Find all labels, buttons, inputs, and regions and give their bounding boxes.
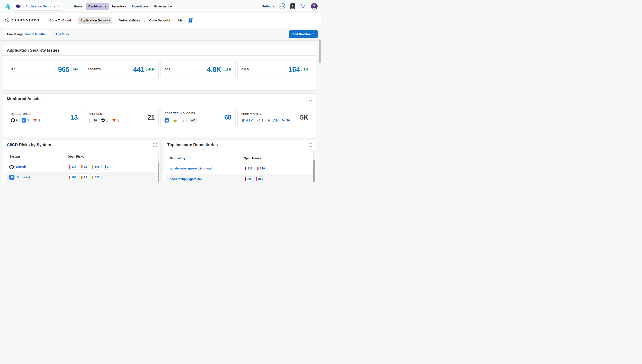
time-range-filter[interactable]: Time Range Past 6 Months	[3, 30, 49, 38]
kebab-menu-icon[interactable]	[172, 18, 176, 23]
risk-chip[interactable]: 423	[91, 175, 102, 180]
kebab-menu-icon[interactable]	[74, 18, 77, 23]
column-header-open-risks[interactable]: Open Risks	[64, 155, 158, 158]
usage-progress-ring[interactable]: 42%	[279, 3, 285, 9]
column-label: Repository	[170, 156, 185, 160]
settings-link[interactable]: Settings	[262, 5, 274, 8]
stat-github: 8	[11, 118, 18, 122]
tab-label[interactable]: Code Security	[147, 16, 173, 24]
kpi-card-cicd[interactable]: CI/CD 164 ↓ 7%	[237, 59, 312, 80]
asset-value: 68	[224, 114, 231, 121]
severity-bar-low	[92, 165, 93, 168]
trend-down-icon: ↓	[222, 67, 224, 71]
nav-item-home[interactable]: Home	[71, 3, 85, 10]
edit-dashboard-button[interactable]: Edit Dashboard	[289, 30, 318, 38]
cicd-risks-panel: CI/CD Risks by System System Open Risks …	[3, 140, 161, 182]
asset-card-code-technologies[interactable]: CODE TECHNOLOGIES TS	[161, 108, 235, 127]
nav-item-investigate[interactable]: Investigate	[129, 3, 151, 10]
asset-card-repositories[interactable]: REPOSITORIES 8 3	[7, 108, 82, 127]
tab-label[interactable]: Vulnerabilities	[117, 16, 143, 24]
kpi-value: 965	[58, 66, 70, 74]
expand-icon[interactable]	[153, 143, 157, 147]
severity-bar-high	[69, 176, 70, 179]
table-row-bitbucket[interactable]: Bitbucket 106 22 423	[6, 172, 158, 182]
asset-label: REPOSITORIES	[11, 112, 40, 116]
module-diamonds-icon	[16, 5, 22, 8]
panel-scrollbar[interactable]	[158, 150, 159, 182]
main-menu: Home Dashboards Inventory Investigate Go…	[71, 3, 174, 10]
column-header-repository[interactable]: Repository ↓↑	[166, 156, 240, 160]
ai-sparkles-icon[interactable]	[300, 4, 306, 9]
risk-chip[interactable]: 106	[68, 175, 79, 180]
risk-chip[interactable]: 541	[91, 164, 101, 170]
issue-chip[interactable]: 83	[244, 176, 253, 182]
asset-label: PIPELINES	[88, 112, 119, 116]
system-link[interactable]: GitHub	[16, 165, 26, 168]
kpi-value: 164	[288, 66, 300, 74]
tab-label[interactable]: Application Security	[78, 16, 112, 24]
severity-bar-medium	[81, 176, 83, 179]
risk-chip[interactable]: 32	[80, 164, 89, 170]
kebab-menu-icon[interactable]	[143, 18, 146, 23]
asset-value: 13	[71, 114, 78, 121]
expand-icon[interactable]	[309, 49, 312, 52]
stat-dependencies: 9	[257, 118, 263, 122]
sort-icon[interactable]: ↓↑	[186, 157, 189, 160]
product-switcher[interactable]: Application Security	[13, 2, 63, 10]
issue-chip[interactable]: 347	[254, 176, 265, 182]
nav-item-inventory[interactable]: Inventory	[110, 3, 128, 10]
table-row-github[interactable]: GitHub 117 32 541 3	[6, 162, 158, 172]
dashboards-brand-label: DASHBOARDS	[12, 19, 40, 22]
issue-chip[interactable]: 629	[256, 166, 267, 171]
more-technologies-pill[interactable]: +65	[189, 118, 197, 123]
system-link[interactable]: Bitbucket	[17, 176, 30, 179]
trend-down-icon: ↓	[145, 67, 147, 71]
column-header-open-issues[interactable]: Open Issues ↓↑	[240, 156, 313, 160]
risk-chip[interactable]: 117	[68, 164, 79, 170]
add-filter-link[interactable]: Add Filter	[55, 32, 69, 36]
panel-scrollbar[interactable]	[313, 150, 315, 182]
kpi-card-sca[interactable]: SCA 4.8K ↓ 13%	[161, 59, 235, 80]
filter-bar: Time Range Past 6 Months Add Filter Edit…	[0, 28, 321, 40]
menu-label[interactable]: Menu	[178, 19, 186, 22]
table-row-repo[interactable]: gitlab-panw-appsec/cicd-goat 138 629	[166, 163, 313, 174]
asset-card-pipelines[interactable]: PIPELINES 19	[84, 108, 159, 127]
product-switcher-label: Application Security	[25, 5, 55, 8]
stat-count: 129	[272, 118, 278, 122]
chip-count: 3	[107, 165, 109, 168]
monitored-assets-panel: Monitored Assets REPOSITORIES 8	[3, 94, 316, 137]
tab-label[interactable]: Code To Cloud	[47, 16, 74, 24]
stat-count: 3	[27, 118, 29, 122]
nav-item-governance[interactable]: Governance	[151, 3, 174, 10]
help-docs-icon[interactable]: ?	[290, 4, 295, 9]
issue-chip[interactable]: 138	[244, 166, 254, 171]
android-icon	[173, 118, 177, 122]
gitlab-icon	[112, 118, 116, 122]
stat-count: 1	[106, 118, 108, 122]
kpi-card-secrets[interactable]: SECRETS 441 ↓ 44%	[84, 59, 159, 80]
chip-count: 629	[260, 167, 265, 170]
kebab-menu-icon[interactable]	[112, 18, 116, 23]
repository-link[interactable]: gitlab-panw-appsec/cicd-goat	[170, 167, 212, 170]
column-header-system[interactable]: System	[6, 155, 64, 158]
table-row-repo[interactable]: saarett/supplygoat-itai 83 347	[166, 174, 313, 182]
user-avatar[interactable]	[311, 3, 317, 10]
asset-label: CODE TECHNOLOGIES	[165, 112, 197, 115]
asset-label: SUPPLY CHAIN	[241, 113, 290, 116]
repository-link[interactable]: saarett/supplygoat-itai	[170, 177, 201, 181]
expand-icon[interactable]	[309, 143, 312, 147]
risk-chip[interactable]: 22	[80, 175, 89, 180]
top-navigation: Application Security Home Dashboards Inv…	[0, 0, 321, 13]
panel-title: CI/CD Risks by System	[7, 142, 51, 147]
sort-icon[interactable]: ↓↑	[262, 157, 265, 160]
nav-item-dashboards[interactable]: Dashboards	[86, 3, 109, 10]
chip-count: 423	[95, 176, 100, 179]
dashboards-menu[interactable]: Menu 4	[178, 18, 193, 22]
chip-count: 541	[94, 165, 99, 168]
menu-count-badge: 4	[188, 18, 193, 22]
asset-card-supply-chain[interactable]: SUPPLY CHAIN 4.8K	[237, 108, 312, 127]
expand-icon[interactable]	[309, 97, 312, 101]
risk-chip[interactable]: 3	[103, 164, 111, 170]
kpi-card-iac[interactable]: IAC 965 ↓ 3%	[7, 59, 82, 80]
asset-value: 5K	[300, 114, 308, 121]
